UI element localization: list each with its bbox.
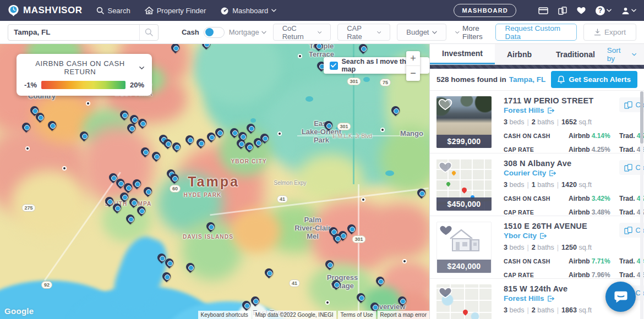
map-pin[interactable] [48, 121, 56, 129]
tab-traditional[interactable]: Traditional [544, 44, 607, 64]
scrollbar-thumb[interactable] [640, 91, 643, 144]
checkbox-checked-icon[interactable] [330, 62, 338, 70]
map-pin[interactable] [347, 224, 356, 233]
map-pin[interactable] [332, 280, 340, 288]
map-pin[interactable] [398, 296, 406, 305]
map-pin[interactable] [247, 124, 255, 132]
favorites-button[interactable] [577, 7, 586, 14]
map-pin[interactable] [157, 254, 166, 262]
map-pin[interactable] [265, 268, 273, 277]
favorite-heart-icon[interactable] [439, 224, 453, 237]
map-pin[interactable] [370, 302, 379, 311]
map-pin[interactable] [197, 139, 205, 147]
listing-map-thumbnail[interactable] [436, 284, 492, 319]
mashvisor-logo[interactable]: MASHVISOR [8, 4, 82, 17]
more-filters-button[interactable]: More Filters [455, 24, 495, 41]
search-submit-icon[interactable] [139, 25, 158, 40]
help-menu[interactable]: ? [596, 6, 612, 15]
map-pin[interactable] [172, 142, 181, 151]
map-pin[interactable] [126, 215, 134, 223]
chat-launcher-button[interactable] [605, 282, 636, 312]
map-pin[interactable] [215, 128, 223, 136]
listing-card[interactable]: $450,000 Compare 308 N Albany Ave Courie… [430, 153, 644, 216]
map-pin[interactable] [324, 121, 332, 129]
map-pin[interactable] [260, 134, 269, 142]
coc-return-filter[interactable]: CoC Return [273, 24, 331, 41]
map-pin[interactable] [120, 193, 128, 201]
map-pin[interactable] [105, 197, 113, 205]
compare-nav-button[interactable] [558, 7, 567, 15]
tab-airbnb[interactable]: Airbnb [495, 44, 544, 64]
panel-scrollbar[interactable] [640, 91, 643, 319]
zoom-in-button[interactable]: + [406, 51, 420, 66]
map-pin[interactable] [130, 115, 138, 123]
map-pin[interactable] [376, 277, 384, 285]
listing-placeholder-image[interactable]: $240,000 [436, 222, 492, 273]
map-pin[interactable] [186, 263, 194, 271]
map-pin[interactable] [113, 204, 121, 212]
zoom-out-button[interactable]: − [406, 66, 420, 81]
map-pin[interactable] [417, 189, 425, 197]
nav-item-property-finder[interactable]: Property Finder [145, 7, 206, 15]
map-pin[interactable] [144, 187, 152, 195]
mashboard-button[interactable]: MASHBOARD [454, 4, 516, 17]
export-button[interactable]: Export [583, 24, 636, 41]
map-pin[interactable] [165, 258, 173, 267]
terms-of-use-link[interactable]: Terms of Use [338, 311, 376, 319]
map-pin[interactable] [207, 133, 215, 141]
sort-by-dropdown[interactable]: Sort by [607, 44, 644, 64]
listing-card[interactable]: $299,000 Compare 1711 W PERIO STREET For… [430, 91, 644, 153]
map-pin[interactable] [129, 198, 138, 206]
search-input[interactable] [8, 28, 139, 36]
map-pin[interactable] [237, 139, 245, 147]
report-map-error-link[interactable]: Report a map error [378, 311, 429, 319]
map-pin[interactable] [230, 128, 238, 136]
map-pin[interactable] [133, 179, 141, 188]
listing-card[interactable]: $240,000 Compare 1510 E 26TH AVENUE Ybor… [430, 216, 644, 279]
map-pin[interactable] [314, 44, 323, 50]
mortgage-dropdown[interactable]: Mortgage [229, 28, 266, 36]
map-pin[interactable] [138, 119, 146, 127]
results-city-link[interactable]: Tampa, FL [509, 75, 546, 84]
tab-investment[interactable]: Investment [430, 44, 495, 64]
favorite-heart-icon[interactable] [438, 98, 452, 111]
map-pin[interactable] [357, 293, 365, 301]
budget-filter[interactable]: Budget [397, 24, 446, 41]
nav-item-search[interactable]: Search [96, 7, 130, 15]
cap-rate-filter[interactable]: CAP Rate [337, 24, 390, 41]
request-custom-data-button[interactable]: Request Custom Data [495, 24, 577, 41]
map-pin[interactable] [80, 131, 88, 140]
map-pin[interactable] [251, 296, 259, 305]
map-pin[interactable] [171, 44, 179, 52]
favorite-heart-icon[interactable] [438, 286, 452, 299]
map-pin[interactable] [202, 44, 210, 48]
map-pin[interactable] [206, 222, 215, 230]
map-pin[interactable] [152, 152, 160, 160]
nav-item-mashboard[interactable]: Mashboard [220, 7, 276, 15]
map-pin[interactable] [325, 260, 334, 268]
keyboard-shortcuts-link[interactable]: Keyboard shortcuts [198, 311, 251, 319]
map-pin[interactable] [36, 113, 44, 121]
map-pin[interactable] [162, 272, 171, 280]
map-pin[interactable] [170, 174, 178, 182]
map-pin[interactable] [359, 44, 367, 52]
cash-mortgage-toggle[interactable] [204, 27, 225, 38]
map-pin[interactable] [391, 106, 400, 114]
listing-map-thumbnail[interactable]: $450,000 [436, 159, 492, 211]
map-pin[interactable] [120, 111, 128, 119]
get-search-alerts-button[interactable]: Get Search Alerts [551, 71, 637, 88]
map-pin[interactable] [185, 135, 194, 144]
favorite-heart-icon[interactable] [438, 161, 452, 173]
listing-photo[interactable]: $299,000 [436, 96, 492, 148]
map-pin[interactable] [245, 142, 253, 151]
heatmap-map[interactable]: TampaHYDE PARKYBOR CITYDAVIS ISLANDSSOUT… [0, 44, 429, 319]
user-menu[interactable] [621, 7, 636, 15]
map-pin[interactable] [163, 139, 172, 147]
map-pin[interactable] [333, 234, 341, 242]
legend-dropdown[interactable]: AIRBNB CASH ON CASH RETURN [24, 59, 144, 76]
map-pin[interactable] [141, 147, 149, 156]
map-pin[interactable] [124, 183, 132, 191]
map-pin[interactable] [127, 124, 135, 132]
map-pin[interactable] [22, 123, 30, 131]
billing-button[interactable] [538, 7, 548, 14]
